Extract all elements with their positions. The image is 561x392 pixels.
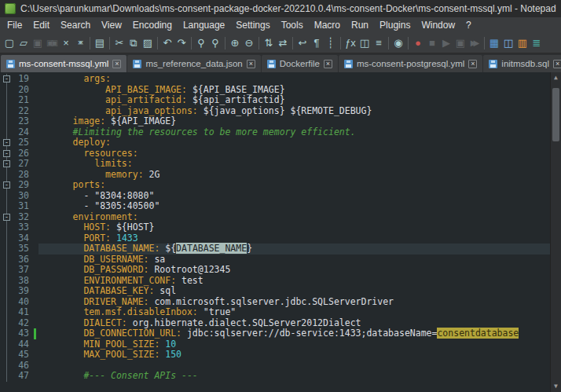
fold-margin[interactable]: - (0, 137, 13, 148)
fold-margin[interactable]: - (0, 148, 13, 159)
code-line[interactable]: 33 HOST: ${HOST} (0, 222, 550, 233)
fold-collapse-icon[interactable]: - (3, 75, 10, 82)
code-line[interactable]: -25 deploy: (0, 137, 550, 148)
menu-plugins[interactable]: Plugins (374, 18, 416, 32)
close-icon[interactable]: × (59, 35, 73, 51)
close-all-icon[interactable]: ×× (73, 35, 87, 51)
code-line[interactable]: 21 api_artifactid: ${api_artifactid} (0, 95, 550, 106)
code-line[interactable]: 37 DB_PASSWORD: Rootroot@12345 (0, 265, 550, 276)
menu-language[interactable]: Language (178, 18, 230, 32)
code-line[interactable]: 23 image: ${API_IMAGE} (0, 116, 550, 127)
zoom-in-icon[interactable]: ⊕ (228, 35, 242, 51)
tab-Dockerfile[interactable]: Dockerfile× (262, 55, 338, 72)
fold-margin[interactable] (0, 191, 13, 202)
code-line[interactable]: -32 environment: (0, 212, 550, 223)
fold-margin[interactable] (0, 350, 13, 361)
code-line[interactable]: -29 ports: (0, 180, 550, 191)
code-line[interactable]: 20 API_BASE_IMAGE: ${API_BASE_IMAGE} (0, 85, 550, 96)
code-line[interactable]: 40 DRIVER_NAME: com.microsoft.sqlserver.… (0, 297, 550, 308)
menu-window[interactable]: Window (416, 18, 460, 32)
menu-tools[interactable]: Tools (276, 18, 309, 32)
code-line[interactable]: 28 memory: 2G (0, 170, 550, 181)
fold-collapse-icon[interactable]: - (3, 160, 10, 167)
fold-margin[interactable]: - (0, 180, 13, 191)
document-map-icon[interactable]: ◫ (358, 35, 372, 51)
play-macro-icon[interactable]: ▶ (439, 35, 453, 51)
tab-ms_reference_data.json[interactable]: ms_reference_data.json× (127, 55, 260, 72)
cut-icon[interactable]: ✂ (112, 35, 126, 51)
tab-close-icon[interactable]: × (468, 60, 477, 68)
sync-horizontal-scroll-icon[interactable]: ⇄ (276, 35, 290, 51)
tab-ms-consent-mssql.yml[interactable]: ms-consent-mssql.yml× (1, 55, 126, 72)
menu-encoding[interactable]: Encoding (127, 18, 178, 32)
find-icon[interactable]: ⚲ (194, 35, 208, 51)
fold-margin[interactable] (0, 116, 13, 127)
save-icon[interactable]: ▣ (31, 35, 45, 51)
undo-icon[interactable]: ↶ (160, 35, 174, 51)
fold-margin[interactable] (0, 318, 13, 329)
sync-vertical-scroll-icon[interactable]: ⇅ (262, 35, 276, 51)
code-line[interactable]: 43 DB_CONNECTION_URL: jdbc:sqlserver://d… (0, 328, 550, 339)
code-line[interactable]: 22 api_java_options: ${java_options} ${R… (0, 106, 550, 117)
fold-margin[interactable] (0, 328, 13, 339)
fold-margin[interactable] (0, 265, 13, 276)
show-all-characters-icon[interactable]: ¶ (310, 35, 324, 51)
editor[interactable]: -19 args:20 API_BASE_IMAGE: ${API_BASE_I… (0, 72, 561, 392)
fold-margin[interactable] (0, 286, 13, 297)
code-line[interactable]: 44 MIN_POOL_SIZE: 10 (0, 339, 550, 350)
fold-margin[interactable] (0, 85, 13, 96)
fold-margin[interactable]: - (0, 159, 13, 170)
tab-close-icon[interactable]: × (553, 60, 561, 68)
copy-icon[interactable]: ⧉ (126, 35, 141, 51)
vertical-scrollbar[interactable]: ▲ ▼ (550, 72, 561, 392)
code-line[interactable]: 24 #Limiting the resources to be more me… (0, 127, 550, 138)
fold-margin[interactable] (0, 170, 13, 181)
code-line[interactable]: -19 args: (0, 74, 550, 85)
monitoring-icon[interactable]: ◉ (391, 35, 405, 51)
code-line[interactable]: 38 ENVIRONMENT_CONF: test (0, 276, 550, 287)
code-line[interactable]: 42 DIALECT: org.hibernate.dialect.SQLSer… (0, 318, 550, 329)
fold-margin[interactable] (0, 95, 13, 106)
fold-margin[interactable] (0, 201, 13, 212)
tab-close-icon[interactable]: × (112, 60, 121, 68)
fold-margin[interactable] (0, 361, 13, 372)
fold-collapse-icon[interactable]: - (3, 139, 10, 146)
paste-icon[interactable]: ▨ (141, 35, 155, 51)
fold-margin[interactable] (0, 127, 13, 138)
replace-icon[interactable]: ⚲ (208, 35, 222, 51)
document-list-icon[interactable]: ≡ (372, 35, 386, 51)
menu-run[interactable]: Run (346, 18, 374, 32)
fold-margin[interactable] (0, 244, 13, 255)
code-line[interactable]: -26 resources: (0, 148, 550, 159)
code-line[interactable]: 30 - "8304:8080" (0, 191, 550, 202)
fold-margin[interactable]: - (0, 212, 13, 223)
run-macro-multiple-icon[interactable]: ▶▶ (468, 35, 482, 51)
redo-icon[interactable]: ↷ (174, 35, 189, 51)
fold-margin[interactable] (0, 371, 13, 382)
open-folder-icon[interactable]: ▱ (16, 35, 31, 51)
fold-margin[interactable] (0, 106, 13, 117)
fold-margin[interactable] (0, 255, 13, 266)
code-line[interactable]: 36 DB_USERNAME: sa (0, 255, 550, 266)
tab-close-icon[interactable]: × (247, 60, 255, 68)
fold-margin[interactable] (0, 276, 13, 287)
scrollbar-thumb[interactable] (552, 88, 559, 141)
menu-macro[interactable]: Macro (309, 18, 346, 32)
menu-edit[interactable]: Edit (28, 18, 55, 32)
record-macro-icon[interactable]: ● (411, 35, 425, 51)
code-line[interactable]: 39 DATABASE_KEY: sql (0, 286, 550, 297)
menu-search[interactable]: Search (55, 18, 96, 32)
fold-margin[interactable] (0, 233, 13, 244)
fold-margin[interactable] (0, 307, 13, 318)
tab-close-icon[interactable]: × (324, 60, 332, 68)
tab-ms-consent-postgresql.yml[interactable]: ms-consent-postgresql.yml× (339, 55, 482, 72)
fold-collapse-icon[interactable]: - (3, 181, 10, 189)
scroll-down-icon[interactable]: ▼ (551, 381, 561, 392)
zoom-out-icon[interactable]: ⊖ (242, 35, 256, 51)
code-line[interactable]: 34 PORT: 1433 (0, 233, 550, 244)
menu-view[interactable]: View (96, 18, 127, 32)
fold-margin[interactable] (0, 339, 13, 350)
fold-collapse-icon[interactable]: - (3, 214, 10, 221)
print-icon[interactable]: ▤ (93, 35, 107, 51)
fold-margin[interactable] (0, 222, 13, 233)
